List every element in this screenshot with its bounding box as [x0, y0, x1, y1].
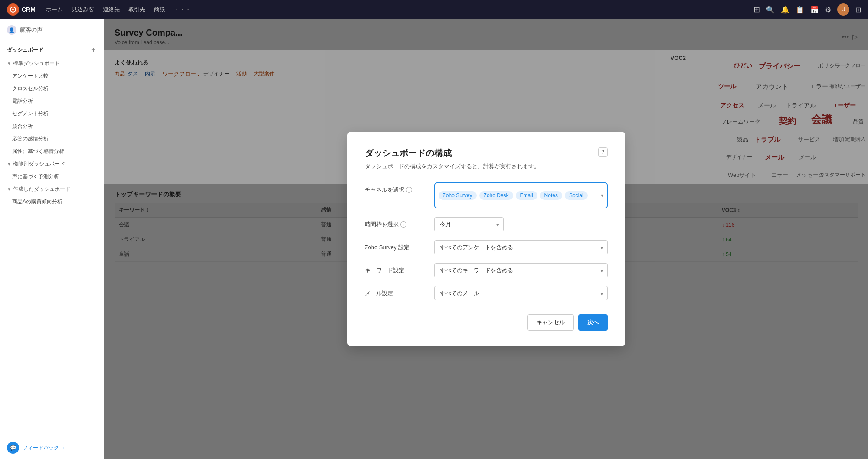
- app-name: CRM: [22, 6, 36, 13]
- cancel-button[interactable]: キャンセル: [527, 314, 574, 331]
- svg-point-1: [12, 9, 14, 10]
- bell-icon[interactable]: 🔔: [781, 6, 789, 14]
- time-control: 今月: [434, 217, 608, 231]
- sidebar-item-attribute-emotion[interactable]: 属性に基づく感情分析: [0, 145, 104, 158]
- nav-more[interactable]: ・・・: [174, 6, 191, 13]
- time-row: 時間枠を選択 i 今月: [365, 217, 608, 231]
- sidebar-group-functional[interactable]: ▼ 機能別ダッシュボード: [0, 158, 104, 170]
- add-icon[interactable]: ⊞: [753, 5, 760, 14]
- sidebar-module-label: 顧客の声: [20, 26, 43, 34]
- nav-deals[interactable]: 商談: [154, 6, 165, 13]
- card-icon[interactable]: 📋: [796, 6, 804, 14]
- app-logo[interactable]: CRM: [7, 3, 36, 16]
- chip-email[interactable]: Email: [516, 191, 537, 200]
- next-button[interactable]: 次へ: [578, 314, 608, 331]
- top-nav: CRM ホーム 見込み客 連絡先 取引先 商談 ・・・ ⊞ 🔍 🔔 📋 📅 ⚙ …: [0, 0, 868, 19]
- dropdown-arrow-icon: ▾: [601, 192, 603, 199]
- channel-tags-input[interactable]: Zoho Survey Zoho Desk Email Notes Social: [434, 182, 608, 208]
- apps-icon[interactable]: ⊞: [855, 6, 861, 14]
- time-label: 時間枠を選択 i: [365, 217, 434, 228]
- zoho-survey-select[interactable]: すべてのアンケートを含める: [434, 240, 608, 254]
- sidebar-item-competitor[interactable]: 競合分析: [0, 120, 104, 133]
- keyword-select-wrapper[interactable]: すべてのキーワードを含める: [434, 263, 608, 277]
- modal-subtitle: ダッシュボードの構成をカスタマイズすると、計算が実行されます。: [365, 163, 608, 170]
- zoho-survey-select-wrapper[interactable]: すべてのアンケートを含める: [434, 240, 608, 254]
- chip-zoho-survey[interactable]: Zoho Survey: [439, 191, 477, 200]
- zoho-survey-label: Zoho Survey 設定: [365, 240, 434, 251]
- group-label: 作成したダッシュボード: [13, 186, 70, 193]
- top-nav-icons: ⊞ 🔍 🔔 📋 📅 ⚙ U ⊞: [753, 3, 861, 16]
- time-select[interactable]: 今月: [434, 217, 504, 231]
- time-select-wrapper[interactable]: 今月: [434, 217, 504, 231]
- sidebar: 👤 顧客の声 ダッシュボード ＋ ▼ 標準ダッシュボード アンケート比較 クロス…: [0, 19, 104, 459]
- chip-zoho-desk[interactable]: Zoho Desk: [479, 191, 513, 200]
- keyword-row: キーワード設定 すべてのキーワードを含める: [365, 263, 608, 277]
- modal: ? ダッシュボードの構成 ダッシュボードの構成をカスタマイズすると、計算が実行さ…: [347, 132, 625, 346]
- sidebar-item-crosssell[interactable]: クロスセル分析: [0, 82, 104, 95]
- zoho-survey-control: すべてのアンケートを含める: [434, 240, 608, 254]
- channel-info-icon[interactable]: i: [406, 187, 412, 193]
- add-dashboard-icon[interactable]: ＋: [90, 46, 97, 55]
- feedback-icon: 💬: [7, 442, 19, 454]
- keyword-select[interactable]: すべてのキーワードを含める: [434, 263, 608, 277]
- dashboard-label: ダッシュボード: [7, 46, 43, 54]
- sidebar-item-segment[interactable]: セグメント分析: [0, 107, 104, 120]
- email-select-wrapper[interactable]: すべてのメール: [434, 286, 608, 300]
- sidebar-item-emotion[interactable]: 応答の感情分析: [0, 133, 104, 145]
- channel-control[interactable]: Zoho Survey Zoho Desk Email Notes Social: [434, 182, 608, 208]
- main-content: Survey Compa... Voice from Lead base... …: [104, 19, 868, 459]
- sidebar-item-voice-predict[interactable]: 声に基づく予測分析: [0, 170, 104, 183]
- feedback-label: フィードバック →: [23, 444, 66, 452]
- arrow-icon: ▼: [7, 61, 11, 66]
- chip-notes[interactable]: Notes: [540, 191, 562, 200]
- sidebar-group-standard[interactable]: ▼ 標準ダッシュボード: [0, 57, 104, 70]
- arrow-icon: ▼: [7, 187, 11, 192]
- group-label: 標準ダッシュボード: [13, 60, 60, 67]
- channel-label: チャネルを選択 i: [365, 182, 434, 194]
- nav-contacts[interactable]: 連絡先: [103, 6, 120, 13]
- nav-accounts[interactable]: 取引先: [128, 6, 145, 13]
- modal-title: ダッシュボードの構成: [365, 147, 608, 159]
- time-info-icon[interactable]: i: [400, 221, 406, 228]
- modal-overlay: ? ダッシュボードの構成 ダッシュボードの構成をカスタマイズすると、計算が実行さ…: [104, 19, 868, 459]
- sidebar-header: 👤 顧客の声: [0, 19, 104, 41]
- nav-leads[interactable]: 見込み客: [72, 6, 94, 13]
- email-control: すべてのメール: [434, 286, 608, 300]
- sidebar-item-product-trend[interactable]: 商品Aの購買傾向分析: [0, 195, 104, 208]
- keyword-label: キーワード設定: [365, 263, 434, 274]
- email-label: メール設定: [365, 286, 434, 297]
- modal-footer: キャンセル 次へ: [365, 314, 608, 331]
- keyword-control: すべてのキーワードを含める: [434, 263, 608, 277]
- logo-icon: [7, 3, 19, 16]
- channel-row: チャネルを選択 i Zoho Survey Zoho Desk Email: [365, 182, 608, 208]
- zoho-survey-row: Zoho Survey 設定 すべてのアンケートを含める: [365, 240, 608, 254]
- sidebar-item-survey-compare[interactable]: アンケート比較: [0, 70, 104, 82]
- chip-social[interactable]: Social: [565, 191, 588, 200]
- nav-home[interactable]: ホーム: [46, 6, 63, 13]
- arrow-icon: ▼: [7, 162, 11, 166]
- sidebar-dashboard-section: ダッシュボード ＋: [0, 41, 104, 57]
- user-icon: 👤: [7, 25, 16, 35]
- avatar[interactable]: U: [837, 3, 849, 16]
- help-icon[interactable]: ?: [598, 147, 608, 157]
- feedback-footer[interactable]: 💬 フィードバック →: [0, 436, 104, 459]
- sidebar-group-custom[interactable]: ▼ 作成したダッシュボード: [0, 183, 104, 195]
- sidebar-item-call[interactable]: 電話分析: [0, 95, 104, 107]
- calendar-icon[interactable]: 📅: [810, 6, 819, 14]
- search-icon[interactable]: 🔍: [766, 6, 775, 14]
- email-row: メール設定 すべてのメール: [365, 286, 608, 300]
- group-label: 機能別ダッシュボード: [13, 160, 65, 168]
- top-nav-menu: ホーム 見込み客 連絡先 取引先 商談 ・・・: [46, 6, 750, 13]
- email-select[interactable]: すべてのメール: [434, 286, 608, 300]
- gear-icon[interactable]: ⚙: [825, 6, 831, 14]
